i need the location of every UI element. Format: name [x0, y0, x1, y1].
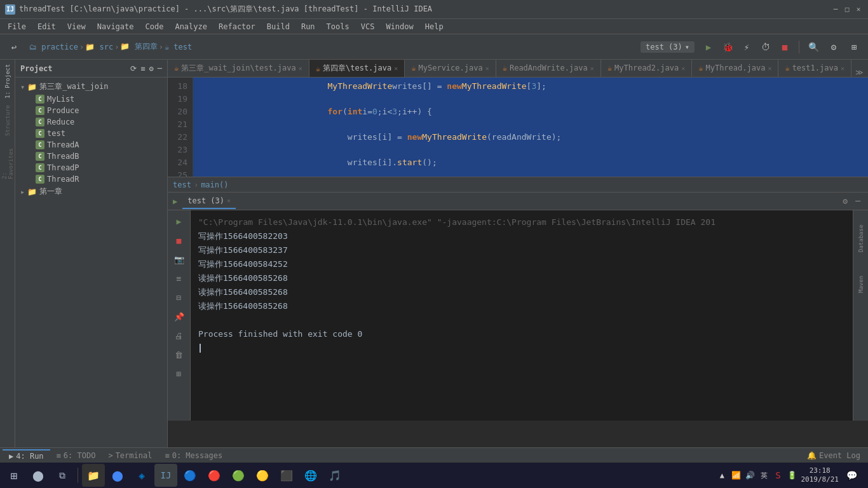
menu-tools[interactable]: Tools — [322, 21, 355, 32]
tab-mythread[interactable]: ☕ MyThread.java ✕ — [692, 60, 778, 77]
taskbar-vscode-icon[interactable]: ◈ — [130, 464, 153, 487]
tree-item-test[interactable]: C test — [15, 128, 167, 139]
taskbar-idea-icon[interactable]: IJ — [154, 464, 177, 487]
run-minimize-icon[interactable]: ─ — [853, 195, 863, 207]
stop-button[interactable]: ■ — [776, 38, 794, 56]
tab-readandwrite[interactable]: ☕ ReadAndWrite.java ✕ — [496, 60, 601, 77]
menu-build[interactable]: Build — [262, 21, 295, 32]
filter-button[interactable]: ≡ — [171, 270, 187, 287]
collapse-icon[interactable]: ≡ — [140, 64, 145, 73]
database-icon[interactable]: Database — [855, 213, 867, 264]
run-again-button[interactable]: ▶ — [171, 213, 187, 229]
clear-button[interactable]: 🗑 — [171, 346, 187, 363]
menu-vcs[interactable]: VCS — [356, 21, 380, 32]
run-button[interactable]: ▶ — [700, 38, 717, 56]
search-button[interactable]: ⬤ — [27, 464, 50, 487]
maven-icon[interactable]: Maven — [855, 265, 867, 303]
minimize-button[interactable]: ─ — [831, 5, 840, 14]
pin-button[interactable]: 📌 — [171, 308, 187, 325]
bc-test[interactable]: test — [173, 180, 191, 189]
bc-practice[interactable]: 🗂 practice — [29, 43, 78, 51]
bottom-tab-todo[interactable]: ≡ 6: TODO — [50, 450, 102, 461]
bottom-tab-terminal[interactable]: > Terminal — [102, 450, 158, 461]
tab-close-icon[interactable]: ✕ — [681, 65, 685, 72]
coverage-button[interactable]: ⚡ — [738, 38, 756, 56]
menu-run[interactable]: Run — [296, 21, 320, 32]
tray-icon-net[interactable]: 📶 — [731, 470, 741, 480]
tab-close-icon[interactable]: ✕ — [299, 65, 302, 72]
stop-run-button[interactable]: ■ — [171, 232, 187, 248]
event-log-button[interactable]: 🔔 Event Log — [802, 450, 865, 461]
tree-item[interactable]: ▾ 📁 第三章_wait_join — [15, 80, 167, 93]
taskbar-terminal-icon[interactable]: ⬛ — [275, 464, 298, 487]
system-clock[interactable]: 23:18 2019/8/21 — [801, 466, 839, 485]
menu-edit[interactable]: Edit — [32, 21, 61, 32]
taskbar-browser-icon[interactable]: 🌐 — [299, 464, 322, 487]
menu-file[interactable]: File — [3, 21, 31, 32]
tab-ch3-test[interactable]: ☕ 第三章_wait_join\test.java ✕ — [168, 60, 309, 77]
tree-item-threada[interactable]: C ThreadA — [15, 139, 167, 151]
taskbar-app2-icon[interactable]: 🔴 — [203, 464, 226, 487]
bc-chapter[interactable]: 📁 第四章 — [120, 41, 157, 52]
left-tab-structure[interactable]: Structure — [1, 102, 14, 140]
code-editor[interactable]: 18 19 20 21 22 23 24 25 MyThreadWrite wr… — [168, 78, 868, 177]
tree-item-mylist[interactable]: C MyList — [15, 93, 167, 105]
left-tab-project[interactable]: 1: Project — [1, 62, 14, 100]
run-settings-icon[interactable]: ⚙ — [840, 195, 850, 207]
tree-item-produce[interactable]: C Produce — [15, 105, 167, 116]
bottom-tab-messages[interactable]: ≡ 0: Messages — [158, 450, 229, 461]
fold-button[interactable]: ⊟ — [171, 289, 187, 306]
taskbar-app3-icon[interactable]: 🟢 — [227, 464, 250, 487]
split-button[interactable]: ⊞ — [171, 365, 187, 382]
tab-close-icon[interactable]: ✕ — [768, 65, 771, 72]
taskbar-explorer-icon[interactable]: 📁 — [82, 464, 105, 487]
debug-button[interactable]: 🐞 — [719, 38, 736, 56]
tab-close-icon[interactable]: ✕ — [841, 65, 844, 72]
minimize-panel-icon[interactable]: ─ — [158, 64, 162, 73]
tab-close-icon[interactable]: ✕ — [394, 65, 398, 72]
window-controls[interactable]: ─ □ ✕ — [831, 5, 863, 14]
tray-icon-lang[interactable]: 英 — [759, 470, 769, 480]
tree-item-chapter1[interactable]: ▸ 📁 第一章 — [15, 185, 167, 198]
menu-window[interactable]: Window — [381, 21, 418, 32]
menu-view[interactable]: View — [62, 21, 91, 32]
back-button[interactable]: ↩ — [5, 38, 23, 56]
left-tab-favorites[interactable]: 2: Favorites — [1, 141, 14, 179]
tree-item-reduce[interactable]: C Reduce — [15, 116, 167, 128]
start-button[interactable]: ⊞ — [3, 464, 25, 487]
tab-test1[interactable]: ☕ test1.java ✕ — [778, 60, 851, 77]
tab-close-icon[interactable]: ✕ — [590, 65, 594, 72]
tab-close-icon[interactable]: ✕ — [485, 65, 489, 72]
tray-icon-battery[interactable]: 🔋 — [787, 470, 797, 480]
tree-item-threadr[interactable]: C ThreadR — [15, 173, 167, 185]
tree-item-threadb[interactable]: C ThreadB — [15, 151, 167, 162]
tab-overflow[interactable]: ≫ — [851, 68, 867, 77]
menu-navigate[interactable]: Navigate — [92, 21, 139, 32]
print-button[interactable]: 🖨 — [171, 327, 187, 344]
search-everywhere-button[interactable]: 🔍 — [804, 38, 822, 56]
run-tab-close-icon[interactable]: ✕ — [227, 197, 231, 204]
bc-test[interactable]: ☕ test — [165, 43, 192, 51]
menu-code[interactable]: Code — [140, 21, 169, 32]
bc-src[interactable]: 📁 src — [85, 43, 113, 51]
tray-icon-up[interactable]: ▲ — [717, 470, 727, 480]
taskbar-music-icon[interactable]: 🎵 — [323, 464, 346, 487]
tray-icon-sound[interactable]: 🔊 — [745, 470, 755, 480]
code-content[interactable]: MyThreadWrite writes[] = new MyThreadWri… — [193, 78, 868, 177]
settings-button[interactable]: ⚙ — [825, 38, 843, 56]
menu-refactor[interactable]: Refactor — [214, 21, 261, 32]
profile-button[interactable]: ⏱ — [757, 38, 775, 56]
run-config-selector[interactable]: test (3) ▾ — [641, 41, 695, 53]
sync-icon[interactable]: ⟳ — [130, 64, 137, 73]
taskbar-chrome-icon[interactable]: ⬤ — [106, 464, 129, 487]
close-button[interactable]: ✕ — [854, 5, 863, 14]
run-tab-test[interactable]: test (3) ✕ — [182, 194, 236, 209]
notification-button[interactable]: 💬 — [843, 466, 860, 484]
layout-button[interactable]: ⊞ — [845, 38, 863, 56]
tray-icon-app[interactable]: S — [773, 470, 783, 480]
taskbar-app4-icon[interactable]: 🟡 — [251, 464, 274, 487]
taskbar-app1-icon[interactable]: 🔵 — [179, 464, 201, 487]
maximize-button[interactable]: □ — [843, 5, 851, 14]
tree-item-threadp[interactable]: C ThreadP — [15, 162, 167, 173]
tab-ch4-test[interactable]: ☕ 第四章\test.java ✕ — [309, 60, 405, 77]
